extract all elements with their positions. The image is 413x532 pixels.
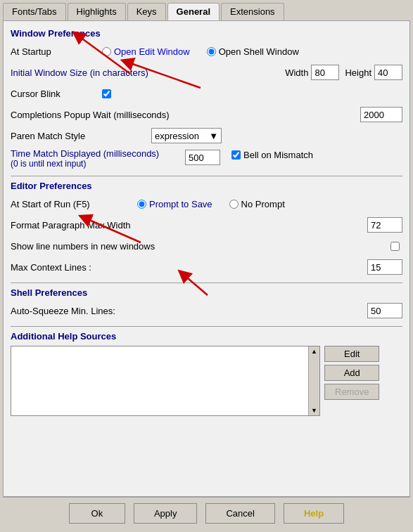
scrollbar[interactable]: ▲ ▼ bbox=[308, 346, 319, 415]
help-button[interactable]: Help bbox=[284, 503, 344, 524]
help-sources-container: ▲ ▼ Edit Add Remove bbox=[11, 346, 402, 416]
cancel-button[interactable]: Cancel bbox=[205, 503, 274, 524]
tabs-bar: Fonts/Tabs Highlights Keys General Exten… bbox=[0, 0, 413, 20]
apply-button[interactable]: Apply bbox=[134, 503, 198, 524]
open-shell-radio[interactable] bbox=[207, 47, 216, 56]
shell-preferences-title: Shell Preferences bbox=[11, 287, 402, 298]
time-match-label: Time Match Displayed (milliseconds) bbox=[11, 148, 179, 159]
time-match-sublabel: (0 is until next input) bbox=[11, 159, 179, 169]
editor-divider bbox=[11, 176, 402, 176]
height-input[interactable] bbox=[374, 65, 402, 80]
time-match-row: Time Match Displayed (milliseconds) (0 i… bbox=[11, 148, 402, 169]
max-context-row: Max Context Lines : bbox=[11, 259, 402, 275]
open-shell-label: Open Shell Window bbox=[219, 46, 299, 57]
paren-match-label: Paren Match Style bbox=[11, 131, 151, 141]
scroll-up-icon[interactable]: ▲ bbox=[311, 348, 317, 355]
show-line-numbers-checkbox[interactable] bbox=[390, 242, 400, 251]
at-start-label: At Start of Run (F5) bbox=[11, 199, 123, 209]
auto-squeeze-input[interactable] bbox=[367, 303, 402, 318]
bell-on-mismatch-checkbox[interactable] bbox=[231, 150, 241, 160]
tab-fonts-tabs[interactable]: Fonts/Tabs bbox=[3, 3, 66, 20]
completions-popup-row: Completions Popup Wait (milliseconds) bbox=[11, 106, 402, 123]
height-label: Height bbox=[345, 67, 371, 78]
no-prompt-option[interactable]: No Prompt bbox=[229, 199, 285, 209]
prompt-to-save-option[interactable]: Prompt to Save bbox=[137, 199, 212, 209]
dropdown-arrow-icon: ▼ bbox=[209, 131, 218, 141]
ok-button[interactable]: Ok bbox=[69, 503, 125, 524]
auto-squeeze-label: Auto-Squeeze Min. Lines: bbox=[11, 306, 367, 316]
width-input[interactable] bbox=[311, 65, 339, 80]
help-side-buttons: Edit Add Remove bbox=[324, 346, 379, 400]
help-sources-list: ▲ ▼ bbox=[11, 346, 320, 416]
paren-match-dropdown[interactable]: expression ▼ bbox=[151, 128, 222, 143]
time-match-input[interactable] bbox=[185, 150, 220, 165]
no-prompt-label: No Prompt bbox=[241, 199, 285, 209]
initial-window-size-row: Initial Window Size (in characters) Widt… bbox=[11, 64, 402, 81]
cursor-blink-row: Cursor Blink bbox=[11, 85, 402, 102]
at-startup-row: At Startup Open Edit Window Open Shell W… bbox=[11, 43, 402, 60]
window-preferences-title: Window Preferences bbox=[11, 28, 402, 39]
prompt-to-save-radio[interactable] bbox=[137, 200, 146, 209]
tab-highlights[interactable]: Highlights bbox=[68, 3, 126, 20]
bell-on-mismatch-label: Bell on Mismatch bbox=[243, 150, 313, 160]
open-edit-window-option[interactable]: Open Edit Window bbox=[102, 46, 190, 57]
completions-popup-label: Completions Popup Wait (milliseconds) bbox=[11, 110, 360, 120]
at-startup-label: At Startup bbox=[11, 46, 102, 57]
at-start-row: At Start of Run (F5) Prompt to Save No P… bbox=[11, 195, 402, 212]
width-label: Width bbox=[285, 67, 308, 78]
tab-keys[interactable]: Keys bbox=[127, 3, 166, 20]
max-context-label: Max Context Lines : bbox=[11, 262, 367, 273]
additional-help-title: Additional Help Sources bbox=[11, 331, 402, 342]
auto-squeeze-row: Auto-Squeeze Min. Lines: bbox=[11, 302, 402, 319]
max-context-input[interactable] bbox=[367, 259, 402, 275]
shell-divider bbox=[11, 283, 402, 283]
open-edit-radio[interactable] bbox=[102, 47, 111, 56]
open-edit-label: Open Edit Window bbox=[114, 46, 190, 57]
prompt-to-save-label: Prompt to Save bbox=[149, 199, 212, 209]
format-paragraph-input[interactable] bbox=[367, 217, 402, 233]
format-paragraph-row: Format Paragraph Max Width bbox=[11, 216, 402, 233]
open-shell-window-option[interactable]: Open Shell Window bbox=[207, 46, 299, 57]
initial-window-size-label: Initial Window Size (in characters) bbox=[11, 67, 285, 78]
help-divider bbox=[11, 326, 402, 327]
no-prompt-radio[interactable] bbox=[229, 200, 239, 209]
scroll-down-icon[interactable]: ▼ bbox=[311, 407, 317, 414]
tab-extensions[interactable]: Extensions bbox=[221, 3, 284, 20]
remove-button[interactable]: Remove bbox=[324, 384, 379, 400]
bottom-bar: Ok Apply Cancel Help bbox=[3, 497, 410, 529]
bell-on-mismatch-option[interactable]: Bell on Mismatch bbox=[231, 150, 313, 160]
tab-general[interactable]: General bbox=[167, 3, 220, 20]
edit-button[interactable]: Edit bbox=[324, 346, 379, 362]
paren-match-row: Paren Match Style expression ▼ bbox=[11, 127, 402, 144]
show-line-numbers-label: Show line numbers in new windows bbox=[11, 241, 390, 252]
cursor-blink-checkbox[interactable] bbox=[102, 89, 111, 98]
format-paragraph-label: Format Paragraph Max Width bbox=[11, 220, 367, 231]
paren-match-value: expression bbox=[155, 131, 199, 141]
show-line-numbers-row: Show line numbers in new windows bbox=[11, 238, 402, 254]
main-content: Window Preferences At Startup Open Edit … bbox=[3, 20, 410, 497]
completions-popup-input[interactable] bbox=[360, 107, 402, 122]
editor-preferences-title: Editor Preferences bbox=[11, 181, 402, 191]
cursor-blink-label: Cursor Blink bbox=[11, 89, 102, 99]
add-button[interactable]: Add bbox=[324, 365, 379, 381]
